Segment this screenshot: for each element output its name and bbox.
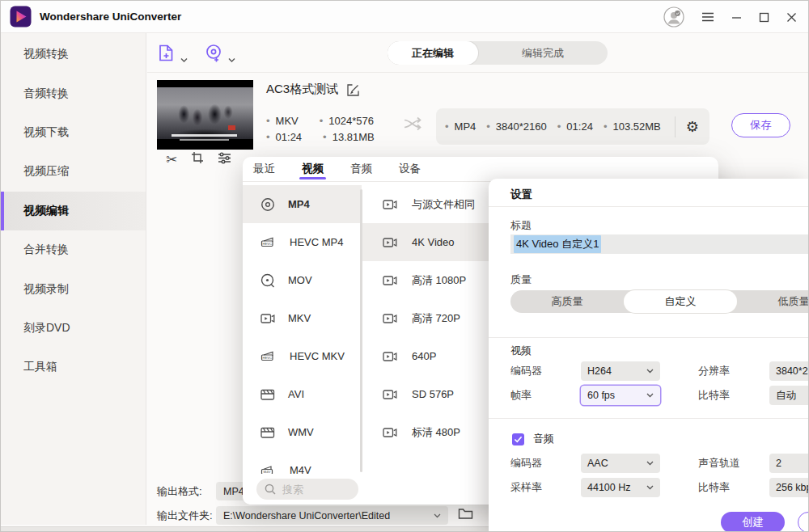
svg-text:HEVC: HEVC [262,242,272,246]
chevron-down-icon [646,393,654,398]
sidebar-item[interactable]: 音频转换 [1,74,146,112]
format-list-item[interactable]: HEVC HEVC MKV [243,337,362,375]
minimize-button[interactable] [731,12,742,23]
format-popup-tab[interactable]: 最近 [251,157,277,181]
audio-encoder-label: 编码器 [510,456,581,471]
trim-scissors-icon[interactable]: ✂ [166,153,177,167]
close-button[interactable] [786,12,797,23]
search-input[interactable] [282,483,345,496]
format-list-item[interactable]: M4V M4V [243,451,362,474]
audio-bitrate-value[interactable]: 256 kbps [769,478,809,497]
format-label: MP4 [288,198,310,210]
sidebar-item[interactable]: 刻录DVD [1,309,146,348]
quality-option[interactable]: 低质量 [737,290,809,313]
tab-label: 设备 [399,162,421,176]
quality-option-label: 自定义 [665,294,697,309]
format-list-item[interactable]: MKV [243,299,362,337]
account-avatar-icon[interactable] [663,6,684,27]
quality-label: 与源文件相同 [412,197,475,212]
audio-checkbox[interactable] [512,433,524,445]
format-label: M4V [290,464,311,474]
video-bitrate-value[interactable]: 自动 [769,386,809,405]
quality-option[interactable]: 高质量 [510,290,624,313]
edit-state-tab[interactable]: 编辑完成 [478,41,608,65]
add-file-icon [156,43,176,63]
camera-icon [382,386,398,403]
chevron-down-icon [228,57,235,63]
rename-button[interactable] [346,83,360,100]
format-list-item[interactable]: AVI [243,375,362,413]
sidebar-item-label: 视频下载 [23,125,69,140]
sidebar-item[interactable]: 合并转换 [1,230,146,269]
svg-text:HEVC: HEVC [262,356,272,360]
subtitle-line [180,139,229,141]
tab-label: 音频 [350,162,372,176]
audio-section-label: 音频 [533,432,554,446]
audio-encoder-select[interactable]: AAC [581,454,660,473]
chevron-down-icon [180,57,188,63]
source-format: MKV [276,115,299,127]
samplerate-select[interactable]: 44100 Hz [581,478,660,497]
format-list-item[interactable]: HEVC HEVC MP4 [243,223,362,261]
subtitle-line [172,134,237,137]
framerate-select[interactable]: 60 fps [581,386,660,405]
resolution-value[interactable]: 3840*2160 [769,361,809,381]
menu-icon[interactable] [701,12,714,22]
source-resolution: 1024*576 [328,115,374,127]
tab-label: 编辑完成 [522,46,564,61]
save-button[interactable]: 保存 [731,113,790,137]
sidebar-item[interactable]: 视频转换 [1,35,146,74]
video-encoder-select[interactable]: H264 [581,361,660,381]
sidebar-item-label: 视频转换 [23,47,69,61]
hevc-icon: HEVC [260,234,277,251]
quality-label: 4K Video [412,236,455,248]
output-folder-select[interactable]: E:\Wondershare UniConverter\Edited [216,506,448,525]
sidebar-item-label: 视频录制 [23,282,69,297]
format-list-item[interactable]: WMV [243,413,362,451]
sidebar-item[interactable]: 视频压缩 [1,152,146,191]
sidebar-item[interactable]: 工具箱 [1,348,146,386]
sidebar-item[interactable]: 视频下载 [1,113,146,152]
camera-icon [382,196,398,213]
maximize-button[interactable] [759,12,769,23]
load-dvd-button[interactable] [204,43,235,63]
format-popup-tab[interactable]: 设备 [396,157,423,181]
crop-icon[interactable] [191,151,204,167]
confirm-button-partial[interactable] [798,512,809,532]
video-thumbnail[interactable] [157,80,253,150]
audio-track-value[interactable]: 2 [769,454,809,473]
toolbar-divider [147,72,808,73]
format-popup-tab[interactable]: 视频 [299,157,326,181]
format-label: HEVC MKV [290,350,345,362]
format-label: HEVC MP4 [290,236,343,248]
edit-state-tab[interactable]: 正在编辑 [388,41,478,65]
clapper-icon [260,424,276,441]
format-list-item[interactable]: MOV [243,261,362,299]
camera-icon [382,348,398,365]
divider [489,337,809,338]
effects-sliders-icon[interactable] [218,152,231,167]
sidebar-item[interactable]: 视频编辑 [1,192,146,230]
add-files-button[interactable] [156,43,188,63]
output-folder-label: 输出文件夹: [157,509,213,523]
title-field-label: 标题 [510,218,532,233]
format-search-box[interactable] [256,479,358,500]
mov-icon [260,272,276,289]
quality-option-label: 低质量 [778,294,809,309]
preset-name-input[interactable]: 4K Video 自定义1 [510,234,809,254]
sidebar-item-label: 视频压缩 [23,164,69,179]
open-folder-icon[interactable] [458,507,473,523]
settings-title: 设置 [510,188,532,202]
tab-label: 最近 [253,162,275,176]
sidebar-item-label: 工具箱 [23,360,57,374]
convert-arrows-icon [404,116,423,134]
sidebar-item[interactable]: 视频录制 [1,269,146,308]
create-button[interactable]: 创建 [721,512,785,532]
format-list-item[interactable]: MP4 [243,185,362,223]
format-popup-tab[interactable]: 音频 [348,157,375,181]
quality-option[interactable]: 自定义 [624,290,737,313]
target-resolution: 3840*2160 [496,120,547,133]
divider [489,418,809,419]
hevc-icon: HEVC [260,348,277,365]
gear-icon[interactable]: ⚙ [686,120,699,134]
